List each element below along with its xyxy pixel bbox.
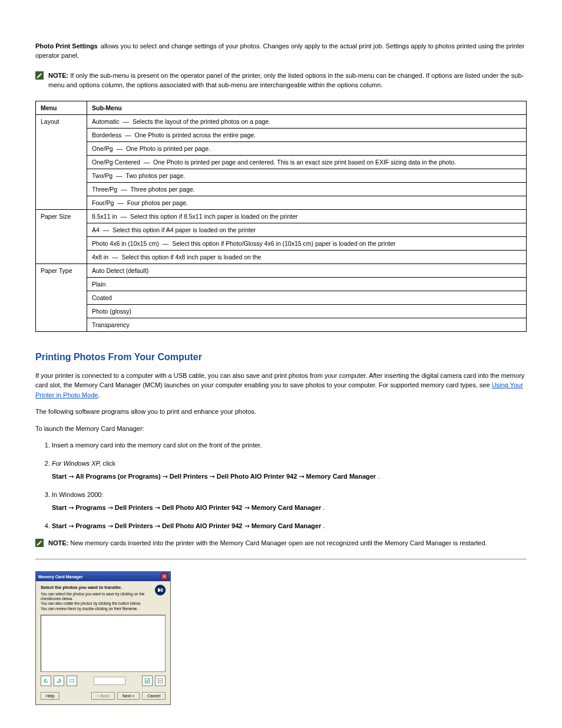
- table-header-submenu: Sub-Menu: [87, 101, 527, 114]
- arrow-right-icon: →: [108, 503, 113, 513]
- submenu-cell: Plain: [87, 277, 527, 291]
- dialog-titlebar: Memory Card Manager ×: [36, 572, 170, 581]
- path-segment: Dell Photo AIO Printer 942: [162, 503, 243, 513]
- step-2: For Windows XP, click Start → All Progra…: [52, 459, 527, 482]
- preview-icon[interactable]: [67, 676, 77, 686]
- path-segment: Memory Card Manager: [306, 472, 376, 482]
- intro-paragraph: Photo Print Settings allows you to selec…: [35, 42, 527, 61]
- table-row: LayoutAutomatic — Selects the layout of …: [36, 114, 527, 128]
- note-label: NOTE:: [48, 539, 68, 546]
- path-segment: All Programs (or Programs): [75, 472, 160, 482]
- back-button[interactable]: < Back: [91, 692, 115, 700]
- dialog-line2: You can also rotate the photos by clicki…: [41, 601, 151, 606]
- table-row: One/Pg — One Photo is printed per page.: [36, 141, 527, 155]
- svg-rect-7: [145, 678, 150, 683]
- rotate-right-icon[interactable]: [54, 676, 64, 686]
- step-3-path: Start → Programs → Dell Printers → Dell …: [52, 503, 527, 513]
- pencil-note-icon: [35, 539, 44, 547]
- path-segment: Dell Photo AIO Printer 942: [217, 472, 297, 482]
- dialog-title: Memory Card Manager: [38, 575, 82, 579]
- submenu-cell: 8.5x11 in — Select this option if 8.5x11…: [87, 209, 527, 223]
- deselect-all-icon[interactable]: [155, 676, 166, 686]
- photo-thumbnail-area[interactable]: [41, 615, 166, 672]
- svg-rect-6: [70, 679, 74, 681]
- step-2-emphasis: For Windows XP,: [52, 460, 101, 467]
- note-label: NOTE:: [48, 72, 68, 79]
- arrow-right-icon: →: [68, 503, 74, 513]
- pencil-note-icon: [35, 71, 44, 80]
- svg-rect-4: [162, 588, 163, 592]
- arrow-right-icon: →: [244, 503, 249, 513]
- section-heading-printing-from-computer: Printing Photos From Your Computer: [35, 352, 527, 363]
- table-row: Paper Size8.5x11 in — Select this option…: [36, 209, 527, 223]
- path-segment: Memory Card Manager: [252, 503, 322, 513]
- submenu-cell: 4x8 in — Select this option if 4x8 inch …: [87, 250, 527, 263]
- path-segment: Memory Card Manager: [252, 521, 322, 531]
- submenu-cell: Photo (glossy): [87, 304, 527, 318]
- submenu-cell: Photo 4x6 in (10x15 cm) — Select this op…: [87, 236, 527, 250]
- help-button[interactable]: Help: [41, 692, 59, 700]
- path-segment: Dell Printers: [170, 472, 208, 482]
- submenu-cell: Coated: [87, 291, 527, 304]
- table-row: Paper TypeAuto Detect (default): [36, 263, 527, 277]
- photo-print-settings-table: Menu Sub-Menu Options LayoutAutomatic — …: [35, 101, 527, 332]
- step-2-path: Start → All Programs (or Programs) → Del…: [52, 472, 527, 482]
- path-segment: Start: [52, 472, 67, 482]
- table-row: Plain: [36, 277, 527, 291]
- submenu-cell: Three/Pg — Three photos per page.: [87, 182, 527, 196]
- table-row: Borderless — One Photo is printed across…: [36, 128, 527, 141]
- arrow-right-icon: →: [108, 522, 113, 532]
- table-header-menu: Menu: [36, 101, 87, 114]
- table-row: Photo (glossy): [36, 304, 527, 318]
- table-row: Three/Pg — Three photos per page.: [36, 182, 527, 196]
- path-segment: Dell Photo AIO Printer 942: [162, 521, 243, 531]
- submenu-cell: Auto Detect (default): [87, 263, 527, 277]
- arrow-right-icon: →: [155, 503, 160, 513]
- dialog-line3: You can review them by double-clicking o…: [41, 607, 151, 611]
- dialog-heading: Select the photos you want to transfer.: [41, 585, 151, 590]
- note-mcm-restart: NOTE: New memory cards inserted into the…: [35, 539, 527, 548]
- svg-rect-3: [161, 588, 161, 592]
- table-row: Four/Pg — Four photos per page.: [36, 196, 527, 209]
- rotate-left-icon[interactable]: [41, 676, 51, 686]
- dialog-toolbar: [41, 676, 166, 686]
- step-4-path: Start → Programs → Dell Printers → Dell …: [52, 521, 527, 531]
- paragraph-launch-mcm: To launch the Memory Card Manager:: [35, 424, 527, 434]
- submenu-cell: A4 — Select this option if A4 paper is l…: [87, 223, 527, 236]
- arrow-right-icon: →: [155, 522, 160, 532]
- table-row: One/Pg Centered — One Photo is printed p…: [36, 155, 527, 169]
- path-segment: Dell Printers: [115, 521, 153, 531]
- note-text: If only the sub-menu is present on the o…: [48, 72, 524, 88]
- submenu-cell: Four/Pg — Four photos per page.: [87, 196, 527, 209]
- path-segment: Start: [52, 521, 67, 531]
- arrow-right-icon: →: [68, 472, 74, 482]
- step-4: Start → Programs → Dell Printers → Dell …: [52, 521, 527, 531]
- paragraph-software-programs: The following software programs allow yo…: [35, 407, 527, 417]
- submenu-cell: Automatic — Selects the layout of the pr…: [87, 114, 527, 128]
- step-3: In Windows 2000: Start → Programs → Dell…: [52, 490, 527, 513]
- note-text: New memory cards inserted into the print…: [68, 539, 487, 546]
- submenu-cell: Transparency: [87, 318, 527, 331]
- paragraph-usb-mcm: If your printer is connected to a comput…: [35, 371, 527, 400]
- path-segment: Start: [52, 503, 67, 513]
- divider: [35, 559, 527, 559]
- submenu-cell: One/Pg — One Photo is printed per page.: [87, 141, 527, 155]
- close-icon[interactable]: ×: [161, 573, 168, 580]
- arrow-right-icon: →: [210, 472, 215, 482]
- menu-cell: Layout: [36, 114, 87, 209]
- path-segment: Programs: [75, 521, 105, 531]
- filename-field[interactable]: [94, 677, 125, 685]
- select-all-icon[interactable]: [142, 676, 153, 686]
- menu-cell: Paper Size: [36, 209, 87, 263]
- table-row: Transparency: [36, 318, 527, 331]
- cancel-button[interactable]: Cancel: [142, 692, 166, 700]
- menu-cell: Paper Type: [36, 263, 87, 331]
- arrow-right-icon: →: [299, 472, 304, 482]
- next-button[interactable]: Next >: [117, 692, 140, 700]
- arrow-right-icon: →: [244, 522, 249, 532]
- table-row: Coated: [36, 291, 527, 304]
- path-segment: Programs: [75, 503, 105, 513]
- intro-label: Photo Print Settings: [35, 42, 98, 50]
- dell-logo-icon: [155, 585, 166, 595]
- memory-card-manager-dialog: Memory Card Manager × Select the photos …: [35, 571, 171, 705]
